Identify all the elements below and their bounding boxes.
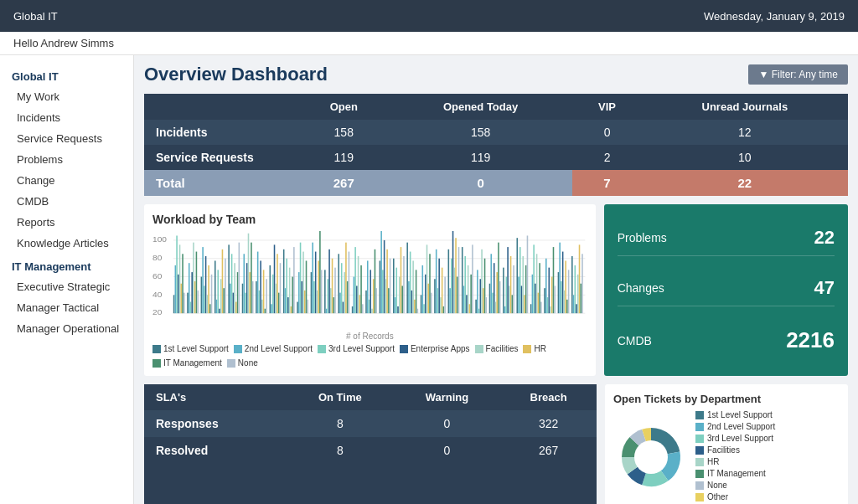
chart-x-axis-label: # of Records	[152, 332, 587, 341]
svg-rect-28	[204, 285, 205, 313]
svg-rect-31	[208, 265, 209, 313]
svg-rect-247	[579, 244, 581, 313]
svg-rect-229	[548, 268, 550, 314]
workload-legend: 1st Level Support2nd Level Support3rd Le…	[152, 344, 587, 368]
sidebar-item-cmdb[interactable]: CMDB	[0, 191, 133, 212]
svg-rect-177	[458, 247, 460, 313]
svg-rect-27	[202, 247, 204, 313]
svg-rect-35	[216, 300, 218, 313]
sidebar-item-executive-strategic[interactable]: Executive Strategic	[0, 276, 133, 297]
svg-rect-49	[239, 243, 240, 314]
svg-rect-148	[410, 252, 411, 314]
svg-rect-39	[222, 249, 224, 313]
svg-rect-133	[384, 240, 385, 313]
svg-rect-220	[533, 244, 535, 313]
sidebar-item-incidents[interactable]: Incidents	[0, 107, 133, 128]
svg-rect-193	[486, 297, 488, 313]
svg-rect-173	[452, 231, 454, 313]
svg-rect-139	[395, 297, 396, 313]
svg-rect-129	[375, 288, 377, 313]
svg-rect-34	[214, 260, 216, 313]
greeting-text: Hello Andrew Simms	[13, 37, 114, 49]
sidebar-item-manager-operational[interactable]: Manager Operational	[0, 318, 133, 339]
svg-rect-201	[499, 281, 501, 313]
svg-rect-91	[312, 243, 313, 314]
svg-rect-69	[274, 244, 276, 313]
workload-card: Workload by Team 100 80 60 40 20	[144, 204, 596, 376]
sla-row-resolved: Resolved80267	[144, 437, 597, 464]
svg-rect-110	[344, 272, 345, 313]
svg-rect-171	[449, 288, 451, 313]
svg-rect-114	[352, 306, 354, 313]
svg-rect-41	[225, 259, 226, 313]
svg-rect-156	[423, 304, 425, 313]
date-display: Wednesday, January 9, 2019	[704, 10, 845, 23]
svg-rect-52	[245, 293, 246, 314]
svg-rect-74	[283, 249, 285, 313]
metric-changes-label: Changes	[618, 281, 664, 295]
filter-button[interactable]: ▼ Filter: Any time	[748, 64, 848, 85]
svg-rect-187	[477, 270, 478, 313]
svg-rect-172	[451, 259, 452, 313]
sidebar-item-knowledge-articles[interactable]: Knowledge Articles	[0, 233, 133, 254]
legend-item: Enterprise Apps	[400, 344, 470, 353]
svg-rect-225	[540, 302, 542, 314]
sidebar-item-my-work[interactable]: My Work	[0, 86, 133, 107]
metric-changes: Changes 47	[618, 270, 835, 306]
svg-rect-124	[369, 300, 370, 313]
col-unread: Unread Journals	[642, 94, 848, 120]
svg-rect-169	[444, 277, 446, 314]
svg-rect-221	[535, 284, 536, 313]
svg-text:20: 20	[152, 308, 163, 317]
legend-item: Facilities	[475, 344, 519, 353]
legend-item: 3rd Level Support	[318, 344, 395, 353]
svg-rect-231	[551, 277, 553, 314]
donut-card: Open Tickets by Department 1st Level Sup…	[605, 384, 848, 504]
svg-rect-150	[412, 260, 414, 313]
svg-rect-200	[498, 243, 499, 314]
svg-rect-199	[496, 272, 498, 313]
svg-rect-122	[365, 291, 367, 313]
sidebar-item-reports[interactable]: Reports	[0, 212, 133, 233]
svg-rect-109	[343, 302, 344, 314]
svg-rect-160	[429, 254, 431, 313]
svg-rect-130	[380, 260, 381, 313]
svg-rect-183	[469, 304, 471, 313]
donut-legend-item: Other	[695, 492, 775, 501]
svg-rect-25	[197, 291, 199, 313]
svg-rect-104	[333, 297, 335, 313]
svg-rect-192	[484, 259, 486, 313]
svg-text:40: 40	[152, 290, 163, 299]
sla-header-breach: Breach	[500, 384, 597, 410]
metric-cmdb-value: 2216	[786, 327, 835, 353]
svg-rect-54	[248, 234, 250, 313]
svg-rect-143	[401, 247, 402, 313]
sidebar-item-change[interactable]: Change	[0, 170, 133, 191]
sidebar-section-title: IT Management	[0, 254, 133, 276]
svg-rect-240	[566, 300, 568, 313]
metric-problems-value: 22	[814, 227, 835, 249]
svg-rect-86	[302, 252, 304, 314]
legend-item: None	[227, 358, 258, 368]
svg-rect-44	[231, 254, 233, 313]
sla-header-sla's: SLA's	[144, 384, 287, 410]
sidebar-item-service-requests[interactable]: Service Requests	[0, 128, 133, 149]
sidebar-item-problems[interactable]: Problems	[0, 149, 133, 170]
svg-rect-100	[328, 279, 329, 313]
svg-rect-65	[266, 279, 267, 313]
svg-rect-121	[362, 304, 364, 313]
svg-rect-144	[401, 285, 403, 313]
svg-rect-242	[571, 256, 573, 313]
stats-table: Open Opened Today VIP Unread Journals In…	[144, 94, 848, 196]
svg-rect-93	[315, 252, 317, 314]
svg-rect-68	[272, 275, 274, 313]
col-opened-today: Opened Today	[389, 94, 573, 120]
svg-rect-115	[354, 277, 355, 314]
svg-rect-99	[326, 309, 328, 313]
metric-cmdb: CMDB 2216	[618, 321, 835, 360]
svg-rect-72	[278, 293, 280, 314]
middle-row: Workload by Team 100 80 60 40 20	[144, 204, 848, 376]
svg-rect-207	[510, 256, 512, 313]
sidebar-item-manager-tactical[interactable]: Manager Tactical	[0, 297, 133, 318]
dashboard-title: Overview Dashboard	[144, 64, 328, 85]
